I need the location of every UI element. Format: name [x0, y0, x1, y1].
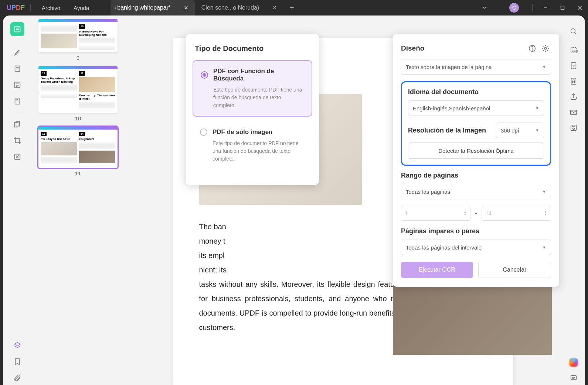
radio-on-icon: [201, 71, 208, 79]
page-badge: 12: [79, 71, 85, 76]
ocr-settings-dialog: Diseño Texto sobre la imagen de la págin…: [393, 34, 559, 287]
thumbnails-panel: 10A Good News For Developing Nations 9 1…: [32, 16, 124, 385]
svg-rect-1: [561, 6, 564, 10]
cancel-button[interactable]: Cancelar: [478, 262, 551, 278]
maximize-button[interactable]: [554, 0, 571, 16]
crop-tool[interactable]: [10, 134, 24, 148]
radio-description: Este tipo de documento PDF no tiene una …: [200, 140, 305, 163]
minimize-button[interactable]: [537, 0, 554, 16]
svg-rect-7: [15, 66, 20, 72]
svg-point-30: [573, 128, 575, 130]
page-badge: 13: [41, 132, 47, 136]
thumbnail[interactable]: 11Going Paperless: A Step Toward Green B…: [38, 66, 118, 121]
menu-ayuda[interactable]: Ayuda: [67, 5, 96, 11]
layers-tool[interactable]: [10, 338, 24, 353]
thumbnail[interactable]: 13It's Easy to Use UPDF 14eSignature 11: [38, 127, 118, 176]
redact-tool[interactable]: [10, 150, 24, 164]
avatar[interactable]: C: [509, 3, 519, 13]
pages-tool[interactable]: [10, 117, 24, 131]
thumb-title: Don't worry! The solution is here!: [79, 94, 115, 101]
thumb-title: A Good News For Developing Nations: [79, 30, 115, 37]
impares-select[interactable]: Todas las páginas del intervalo ▼: [401, 240, 551, 255]
close-button[interactable]: [571, 0, 588, 16]
menu-archivo[interactable]: Archivo: [35, 5, 67, 11]
detect-resolution-button[interactable]: Detectar la Resolución Óptima: [408, 142, 544, 159]
range-dash: -: [475, 210, 477, 217]
close-icon[interactable]: ×: [184, 4, 188, 12]
new-tab-button[interactable]: +: [287, 3, 297, 13]
section-title: Páginas impares o pares: [401, 227, 551, 235]
note-tool[interactable]: [10, 62, 24, 76]
separator: [532, 4, 533, 11]
input-value: 1: [405, 210, 408, 216]
range-to-input[interactable]: 14 ▲▼: [482, 206, 551, 221]
tab-active[interactable]: ● banking whitepapar* ×: [111, 0, 195, 16]
form-tool[interactable]: [10, 94, 24, 108]
convert-icon[interactable]: [567, 59, 581, 73]
text-tool[interactable]: [10, 78, 24, 92]
highlight-tool[interactable]: [10, 45, 24, 59]
document-type-dialog: Tipo de Documento PDF con Función de Bús…: [186, 34, 319, 185]
ocr-icon[interactable]: OCR: [567, 43, 581, 57]
radio-off-icon: [200, 128, 207, 136]
app-logo: UPDF: [0, 4, 26, 12]
thumb-number: 9: [38, 55, 118, 61]
svg-rect-17: [16, 121, 19, 126]
section-title: Rango de páginas: [401, 172, 551, 179]
radio-image-only-pdf[interactable]: PDF de sólo imagen Este tipo de document…: [193, 122, 312, 169]
page-badge: 11: [41, 71, 47, 76]
radio-searchable-pdf[interactable]: PDF con Función de Búsqueda Este tipo de…: [193, 60, 312, 117]
section-title: Diseño: [401, 44, 424, 52]
select-value: English-inglés,Spanish-español: [413, 105, 490, 111]
rango-select[interactable]: Todas las páginas ▼: [401, 184, 551, 199]
share-icon[interactable]: [567, 90, 581, 104]
mail-icon[interactable]: [567, 105, 581, 119]
comment-icon[interactable]: [567, 371, 581, 385]
svg-rect-26: [572, 81, 575, 83]
spinner-icon[interactable]: ▲▼: [463, 210, 466, 216]
select-value: Todas las páginas: [406, 189, 450, 195]
svg-point-35: [532, 50, 532, 50]
close-icon[interactable]: ×: [272, 4, 276, 12]
search-icon[interactable]: [567, 24, 581, 38]
highlighted-section: Idioma del documento English-inglés,Span…: [401, 81, 551, 166]
range-from-input[interactable]: 1 ▲▼: [401, 206, 470, 221]
diseno-select[interactable]: Texto sobre la imagen de la página ▼: [401, 59, 551, 75]
reader-tool[interactable]: [10, 22, 24, 36]
dialog-title: Tipo de Documento: [193, 44, 312, 53]
svg-point-36: [544, 47, 547, 49]
chevron-down-icon: ▼: [535, 128, 539, 133]
tab-title: banking whitepapar*: [117, 4, 171, 11]
section-title: Idioma del documento: [408, 88, 544, 96]
execute-ocr-button[interactable]: Ejecutar OCR: [401, 262, 473, 278]
select-value: Todas las páginas del intervalo: [406, 244, 482, 251]
select-value: Texto sobre la imagen de la página: [406, 64, 492, 70]
thumb-number: 10: [38, 115, 118, 121]
ai-icon[interactable]: [567, 355, 581, 369]
chevron-down-icon[interactable]: [476, 0, 493, 16]
chevron-down-icon: ▼: [542, 245, 546, 250]
lock-icon[interactable]: [567, 74, 581, 88]
separator: [14, 41, 21, 41]
thumb-title: It's Easy to Use UPDF: [41, 137, 77, 141]
svg-rect-31: [571, 376, 577, 380]
spinner-icon[interactable]: ▲▼: [544, 210, 547, 216]
input-value: 14: [486, 210, 492, 216]
thumbnail[interactable]: 10A Good News For Developing Nations 9: [38, 19, 118, 61]
tab-inactive[interactable]: Cien sone...o Neruda) ×: [195, 0, 283, 16]
attachment-tool[interactable]: [10, 371, 24, 385]
bookmark-tool[interactable]: [10, 355, 24, 369]
svg-rect-15: [16, 99, 17, 100]
thumb-title: eSignature: [79, 137, 115, 141]
help-icon[interactable]: [527, 43, 538, 54]
idioma-select[interactable]: English-inglés,Spanish-español ▼: [408, 100, 544, 116]
tab-modified-icon: ●: [114, 6, 116, 10]
separator: [570, 41, 577, 41]
page-badge: 10: [79, 24, 85, 29]
svg-line-21: [575, 32, 576, 34]
radio-description: Este tipo de documento PDF tiene una fun…: [201, 86, 304, 109]
resolucion-select[interactable]: 300 dpi ▼: [496, 123, 544, 138]
svg-text:OCR: OCR: [572, 49, 578, 52]
save-icon[interactable]: [567, 121, 581, 135]
gear-icon[interactable]: [540, 43, 551, 54]
